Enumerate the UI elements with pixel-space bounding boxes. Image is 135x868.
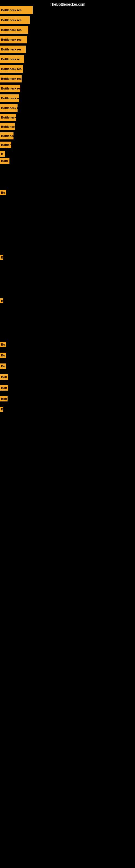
bar-item-8: Bottleneck res [0, 75, 21, 83]
bar-item-23: Bo [0, 364, 6, 369]
bar-item-5: Bottleneck res [0, 45, 26, 53]
bar-item-10: Bottleneck re [0, 94, 19, 102]
bar-item-13: Bottleneck r [0, 123, 15, 130]
bar-item-2: Bottleneck res [0, 16, 30, 24]
bar-item-4: Bottleneck res [0, 36, 27, 43]
bar-item-6: Bottleneck re [0, 55, 24, 63]
bar-item-3: Bottleneck res [0, 26, 28, 34]
bar-item-11: Bottleneck r [0, 104, 17, 112]
bar-item-1: Bottleneck res [0, 6, 33, 14]
bar-item-27: B [0, 407, 3, 412]
bar-item-21: Bo [0, 342, 6, 347]
bar-item-14: Bottleneck [0, 132, 13, 140]
bar-item-19: B [0, 255, 3, 260]
bar-item-7: Bottleneck res [0, 65, 23, 73]
bar-item-12: Bottleneck [0, 114, 16, 121]
bar-item-25: Bott [0, 385, 8, 391]
bar-item-24: Bott [0, 374, 8, 380]
bar-item-15: Bottler [0, 142, 11, 148]
bar-item-20: B [0, 299, 3, 303]
bar-item-17: Bottl [0, 158, 9, 164]
bar-item-22: Bo [0, 352, 6, 358]
bar-item-9: Bottleneck re [0, 85, 20, 92]
bar-item-18: Bo [0, 190, 6, 195]
bar-item-26: Bott [0, 396, 8, 401]
bar-item-16: B [0, 151, 5, 157]
